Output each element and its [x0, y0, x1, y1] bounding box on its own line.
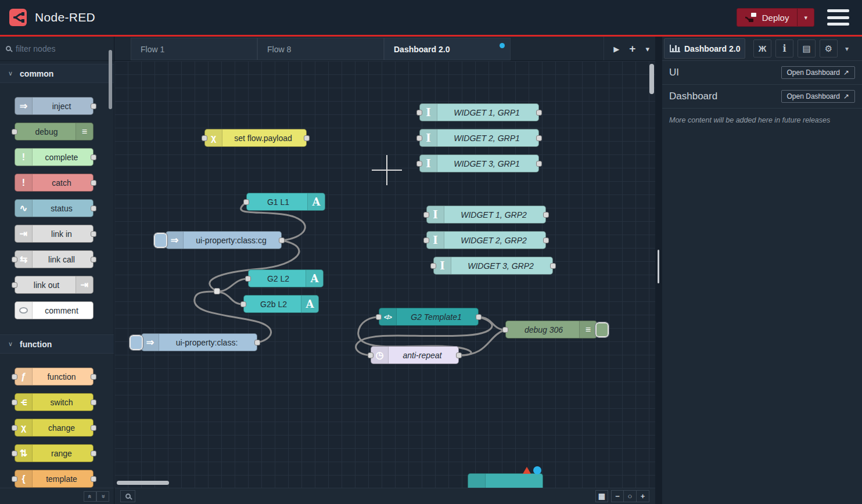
palette-node-link-in[interactable]: ⇥link in: [15, 225, 94, 243]
output-port[interactable]: [536, 161, 542, 167]
input-port[interactable]: [416, 110, 422, 116]
deploy-button[interactable]: Deploy ▾: [737, 8, 814, 27]
input-port[interactable]: [202, 135, 207, 141]
input-port[interactable]: [245, 276, 251, 282]
wire[interactable]: [217, 279, 248, 291]
zoom-out-button[interactable]: −: [611, 490, 624, 502]
output-port[interactable]: [543, 237, 549, 243]
tab-flow-8[interactable]: Flow 8: [257, 38, 384, 60]
output-port[interactable]: [550, 263, 556, 269]
search-flows-button[interactable]: [120, 490, 135, 502]
palette-node-template[interactable]: {template: [15, 470, 94, 488]
collapse-all-button[interactable]: «: [84, 491, 96, 502]
open-dashboard-button-ui[interactable]: Open Dashboard ↗: [781, 66, 855, 79]
node-widget1-grp2[interactable]: IWIDGET 1, GRP2: [426, 206, 546, 224]
node-g2-l2[interactable]: AG2 L2: [248, 269, 324, 287]
input-port[interactable]: [12, 129, 17, 135]
palette-node-catch[interactable]: !catch: [15, 174, 94, 192]
palette-node-link-call[interactable]: ⇆link call: [15, 250, 94, 268]
sidebar-tab-dashboard[interactable]: Dashboard 2.0: [664, 38, 745, 59]
menu-button[interactable]: [827, 9, 849, 26]
canvas-horizontal-scrollbar[interactable]: [117, 481, 169, 485]
output-port[interactable]: [536, 135, 542, 141]
node-set-flow-payload[interactable]: χset flow.payload: [204, 129, 307, 147]
output-port[interactable]: [91, 154, 96, 160]
output-port[interactable]: [91, 206, 96, 211]
output-port[interactable]: [456, 352, 462, 358]
palette-node-function[interactable]: ƒfunction: [15, 368, 94, 386]
palette-node-comment[interactable]: comment: [15, 301, 94, 319]
add-flow-button[interactable]: +: [629, 42, 635, 55]
output-port[interactable]: [91, 180, 96, 186]
input-port[interactable]: [416, 135, 422, 141]
sidebar-options-caret[interactable]: ▾: [845, 45, 849, 53]
input-port[interactable]: [12, 476, 17, 482]
inject-button[interactable]: [130, 335, 143, 350]
output-port[interactable]: [536, 110, 542, 116]
info-button[interactable]: i: [775, 39, 793, 57]
navigator-button[interactable]: ▦: [595, 490, 608, 502]
wire-junction[interactable]: [214, 288, 220, 294]
open-dashboard-button-dashboard[interactable]: Open Dashboard ↗: [781, 90, 855, 103]
node-partial-bottom[interactable]: [468, 473, 543, 488]
inject-button[interactable]: [154, 233, 167, 248]
output-port[interactable]: [254, 340, 260, 345]
wire[interactable]: [217, 292, 243, 304]
input-port[interactable]: [12, 451, 17, 456]
deploy-options-caret[interactable]: ▾: [797, 9, 814, 26]
output-port[interactable]: [91, 257, 96, 262]
node-widget3-grp2[interactable]: IWIDGET 3, GRP2: [433, 257, 553, 275]
output-port[interactable]: [91, 476, 96, 482]
node-g2b-l2[interactable]: AG2b L2: [243, 295, 319, 313]
output-port[interactable]: [304, 135, 310, 141]
palette-category-common[interactable]: ∨common: [0, 64, 114, 83]
node-widget2-grp2[interactable]: IWIDGET 2, GRP2: [426, 231, 546, 249]
debug-messages-button[interactable]: Ж: [753, 39, 771, 57]
input-port[interactable]: [12, 399, 17, 405]
output-port[interactable]: [91, 425, 96, 431]
help-button[interactable]: ▤: [798, 39, 816, 57]
node-widget3-grp1[interactable]: IWIDGET 3, GRP1: [419, 154, 539, 172]
node-debug-306[interactable]: ≡debug 306: [505, 321, 597, 339]
expand-all-button[interactable]: «: [96, 491, 109, 502]
node-widget1-grp1[interactable]: IWIDGET 1, GRP1: [419, 103, 539, 121]
output-port[interactable]: [91, 399, 96, 405]
palette-filter[interactable]: filter nodes: [0, 37, 114, 61]
node-ui-property-cg[interactable]: ⇒ui-property:class:cg: [166, 231, 282, 249]
palette-node-link-out[interactable]: ⇥link out: [15, 276, 94, 294]
output-port[interactable]: [476, 314, 482, 320]
debug-toggle-button[interactable]: [595, 322, 609, 337]
palette-node-debug[interactable]: ≡debug: [15, 123, 94, 141]
node-ui-property-class[interactable]: ⇒ui-property:class:: [141, 333, 257, 351]
input-port[interactable]: [12, 257, 17, 262]
input-port[interactable]: [416, 161, 422, 167]
flow-list-button[interactable]: ▾: [645, 45, 649, 53]
node-g2-template1[interactable]: </>G2 Template1: [379, 308, 479, 326]
palette-node-inject[interactable]: ⇒inject: [15, 97, 94, 115]
node-widget2-grp1[interactable]: IWIDGET 2, GRP1: [419, 129, 539, 147]
node-g1-l1[interactable]: AG1 L1: [246, 193, 325, 211]
input-port[interactable]: [243, 199, 249, 205]
input-port[interactable]: [423, 212, 429, 218]
palette-node-change[interactable]: χchange: [15, 419, 94, 437]
output-port[interactable]: [279, 237, 285, 243]
palette-scrollbar[interactable]: [109, 50, 112, 109]
next-tab-button[interactable]: ▶: [613, 45, 619, 53]
input-port[interactable]: [12, 425, 17, 431]
output-port[interactable]: [91, 374, 96, 380]
output-port[interactable]: [91, 103, 96, 109]
input-port[interactable]: [430, 263, 436, 269]
input-port[interactable]: [240, 301, 246, 307]
output-port[interactable]: [91, 451, 96, 456]
input-port[interactable]: [376, 314, 382, 320]
palette-scroll-area[interactable]: ∨common⇒inject≡debug!complete!catch∿stat…: [0, 61, 114, 488]
zoom-reset-button[interactable]: ○: [624, 490, 637, 502]
palette-category-function[interactable]: ∨function: [0, 334, 114, 354]
canvas-vertical-scrollbar[interactable]: [649, 64, 654, 94]
flow-canvas[interactable]: χset flow.payloadIWIDGET 1, GRP1IWIDGET …: [114, 61, 655, 488]
zoom-in-button[interactable]: +: [637, 490, 649, 502]
sidebar-separator-handle[interactable]: [658, 250, 659, 283]
output-port[interactable]: [543, 212, 549, 218]
sidebar-separator[interactable]: [655, 37, 662, 504]
input-port[interactable]: [502, 327, 508, 333]
